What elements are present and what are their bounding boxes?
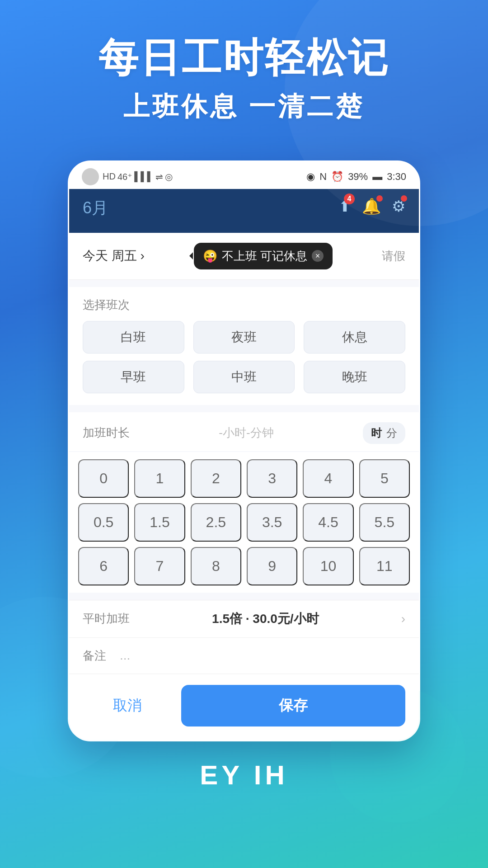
key-10[interactable]: 10 [303,547,353,585]
shift-night-btn[interactable]: 夜班 [193,321,295,354]
notification-badge [376,195,383,202]
key-6[interactable]: 6 [78,547,129,585]
month-label: 6月 [83,197,108,219]
header-icons: ⬆ 4 🔔 ⚙ [338,197,405,215]
cancel-button[interactable]: 取消 [83,685,172,726]
upload-badge: 4 [344,193,355,204]
nfc-icon: ◎ [165,171,173,182]
status-left: HD 46⁺ ▌▌▌ ⇌ ◎ [82,168,173,185]
tooltip-bubble: 😜 不上班 可记休息 × [194,243,333,269]
key-11[interactable]: 11 [359,547,410,585]
shift-late-btn[interactable]: 晚班 [304,361,405,393]
hour-toggle[interactable]: 时 [371,426,382,440]
keypad-section: 0 1 2 3 4 5 0.5 1.5 2.5 3.5 4.5 5.5 6 7 [69,452,419,593]
notes-input[interactable]: ... [120,648,130,663]
settings-button[interactable]: ⚙ [392,197,405,215]
upload-button[interactable]: ⬆ 4 [338,197,351,215]
bottom-buttons: 取消 保存 [69,674,419,740]
tooltip-close-button[interactable]: × [312,250,324,262]
overtime-label: 加班时长 [83,425,130,441]
today-label[interactable]: 今天 周五 › [83,247,145,264]
key-1[interactable]: 1 [134,459,185,498]
chevron-right-icon: › [401,612,405,626]
hd-badge: HD [103,171,116,182]
shift-row-2: 早班 中班 晚班 [83,361,405,393]
min-toggle[interactable]: 分 [386,426,397,440]
phone-container: HD 46⁺ ▌▌▌ ⇌ ◎ ◉ N ⏰ 39% ▬ 3:30 6月 [0,160,488,741]
key-5.5[interactable]: 5.5 [359,503,410,542]
tooltip-text: 不上班 可记休息 [222,248,307,264]
key-3[interactable]: 3 [247,459,297,498]
notes-label: 备注 [83,648,106,664]
leave-button[interactable]: 请假 [382,248,405,264]
shift-day-btn[interactable]: 白班 [83,321,184,354]
key-8[interactable]: 8 [191,547,241,585]
key-0.5[interactable]: 0.5 [78,503,129,542]
overtime-value: -小时-分钟 [219,425,273,441]
key-5[interactable]: 5 [359,459,410,498]
key-3.5[interactable]: 3.5 [247,503,297,542]
overtime-section: 加班时长 -小时-分钟 时 分 [69,412,419,451]
notification-button[interactable]: 🔔 [362,197,381,215]
shift-label: 选择班次 [83,297,405,313]
shift-section: 选择班次 白班 夜班 休息 早班 中班 晚班 [69,287,419,405]
phone-mockup: HD 46⁺ ▌▌▌ ⇌ ◎ ◉ N ⏰ 39% ▬ 3:30 6月 [68,160,420,741]
shift-mid-btn[interactable]: 中班 [193,361,295,393]
save-button[interactable]: 保存 [181,685,405,726]
content-panel: 今天 周五 › 😜 不上班 可记休息 × 请假 选择班次 白班 夜班 休息 早班 [69,233,419,740]
emoji-icon: 😜 [203,249,217,263]
key-7[interactable]: 7 [134,547,185,585]
time-toggle[interactable]: 时 分 [363,422,405,444]
rate-value: 1.5倍 · 30.0元/小时 [212,610,319,627]
rate-label: 平时加班 [83,611,130,627]
key-4[interactable]: 4 [303,459,353,498]
key-4.5[interactable]: 4.5 [303,503,353,542]
shift-row-1: 白班 夜班 休息 [83,321,405,354]
shift-rest-btn[interactable]: 休息 [304,321,405,354]
wifi-icon: ⇌ [155,171,163,182]
bars-icon: ▌▌▌ [134,171,154,182]
key-1.5[interactable]: 1.5 [134,503,185,542]
settings-badge [401,195,407,202]
rate-row[interactable]: 平时加班 1.5倍 · 30.0元/小时 › [69,600,419,638]
today-row: 今天 周五 › 😜 不上班 可记休息 × 请假 [69,233,419,280]
keypad-grid: 0 1 2 3 4 5 0.5 1.5 2.5 3.5 4.5 5.5 6 7 [78,459,410,585]
status-icons: HD 46⁺ ▌▌▌ ⇌ ◎ [103,171,173,182]
notes-row: 备注 ... [69,638,419,674]
signal-icon: 46⁺ [117,171,132,182]
key-2.5[interactable]: 2.5 [191,503,241,542]
shift-early-btn[interactable]: 早班 [83,361,184,393]
key-9[interactable]: 9 [247,547,297,585]
status-avatar [82,168,99,185]
key-2[interactable]: 2 [191,459,241,498]
overtime-row: 加班时长 -小时-分钟 时 分 [83,422,405,444]
key-0[interactable]: 0 [78,459,129,498]
